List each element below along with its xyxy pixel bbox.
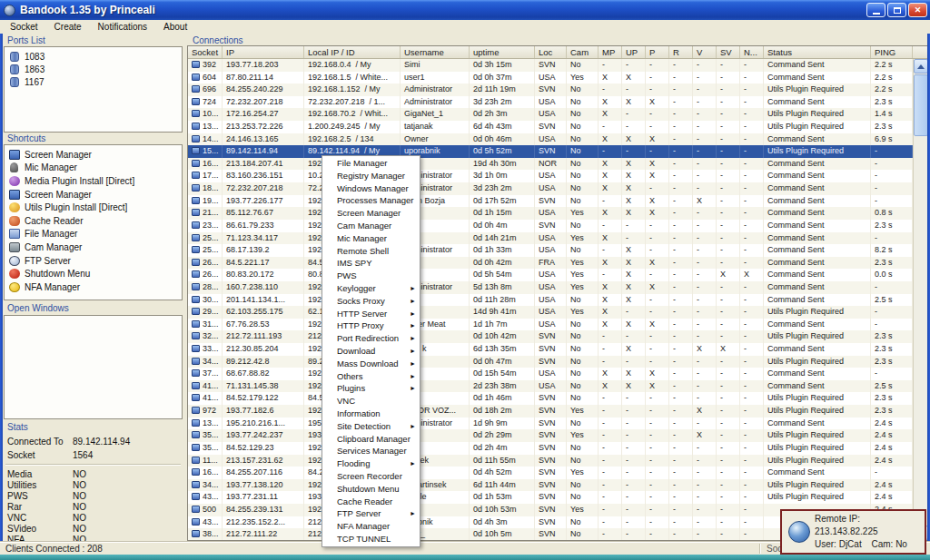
shortcut-item[interactable]: Screen Manager [6,148,180,162]
connection-row[interactable]: 17...83.160.236.15110.22Administrator3d … [188,170,913,182]
connection-row[interactable]: 29...62.103.255.17562.1014d 9h 41mUSAYes… [188,306,913,319]
column-header-mp[interactable]: MP [599,46,622,58]
column-header-v[interactable]: V [693,46,717,58]
context-menu-item-nfa-manager[interactable]: NFA Manager [322,520,420,533]
menubar-item-notifications[interactable]: Notifications [90,22,155,32]
connection-row[interactable]: 18...72.232.207.21872.23Administrator3d … [188,182,913,195]
port-item[interactable]: 1863 [6,63,180,75]
context-menu-item-shutdown-menu[interactable]: Shutdown Menu [322,483,420,496]
column-header-local-ip[interactable]: Local IP / ID [304,46,401,58]
shortcut-item[interactable]: Media Plugin Install [Direct] [6,174,180,188]
connection-row[interactable]: 25...68.17.139.2192.1Administrator0d 1h … [188,244,913,257]
context-menu-item-others[interactable]: Others► [322,370,420,383]
connection-row[interactable]: 15...89.142.114.9489.142.114.94 / Myupor… [188,145,913,158]
shortcut-item[interactable]: File Manager [6,228,180,241]
port-item[interactable]: 1083 [6,50,180,63]
connection-row[interactable]: 26...84.5.221.1784.5.0d 0h 42mFRAYesXXX-… [188,257,913,270]
connection-row[interactable]: 392193.77.18.203192.168.0.4 / MySimi0d 3… [188,59,913,72]
context-menu-item-plugins[interactable]: Plugins► [322,382,420,395]
scrollbar-thumb[interactable] [914,74,928,136]
port-item[interactable]: 1167 [6,75,180,88]
context-menu-item-ims-spy[interactable]: IMS SPY [322,257,420,270]
context-menu-item-http-server[interactable]: HTTP Server► [322,308,420,320]
context-menu-item-pws[interactable]: PWS [322,270,420,282]
close-button[interactable]: ✕ [908,3,927,17]
context-menu-item-file-manager[interactable]: File Manager [322,157,420,170]
context-menu-item-mass-download[interactable]: Mass Download► [322,358,420,370]
column-header-status[interactable]: Status [764,46,871,58]
context-menu-item-tcp-tunnel[interactable]: TCP TUNNEL [322,533,420,545]
connection-row[interactable]: 72472.232.207.21872.232.207.218 / 1...Ad… [188,96,913,109]
connection-row[interactable]: 31...67.76.28.53192.1 er Meat1d 1h 7mUSA… [188,319,913,331]
connection-row[interactable]: 16...84.255.207.11684.250d 4h 52mSVNYes-… [188,467,913,479]
connection-row[interactable]: 25...71.123.34.117192.10d 14h 21mUSAYesX… [188,232,913,245]
context-menu-item-keylogger[interactable]: Keylogger► [322,282,420,295]
context-menu-item-site-detection[interactable]: Site Detection► [322,420,420,433]
context-menu-item-screen-manager[interactable]: Screen Manager [322,207,420,220]
connection-row[interactable]: 35...193.77.242.237193.70d 2h 29mSVNYes-… [188,429,913,442]
shortcut-item[interactable]: FTP Server [6,254,180,268]
connection-row[interactable]: 26...80.83.20.17280.830d 5h 54mUSAYes-X-… [188,269,913,281]
connection-row[interactable]: 11...213.157.231.62192.1 ek0d 11h 55mSVN… [188,455,913,467]
connection-row[interactable]: 23...86.61.79.233192.10d 0h 4mSVNNo-----… [188,220,913,232]
context-menu-item-processes-manager[interactable]: Processes Manager [322,194,420,207]
context-menu-item-http-proxy[interactable]: HTTP Proxy► [322,319,420,332]
scroll-up-button[interactable] [914,59,928,74]
connection-row[interactable]: 32...212.72.111.193212.70d 10h 42mSVNNo-… [188,330,913,343]
column-header-p[interactable]: P [646,46,669,58]
connection-row[interactable]: 41...84.52.179.12284.520d 1h 46mSVNNo---… [188,392,913,405]
connection-row[interactable]: 14...24.146.13.165192.168.2.5 / 134Owner… [188,133,913,146]
column-header-sv[interactable]: SV [717,46,740,58]
context-menu-item-information[interactable]: Information [322,408,420,420]
vertical-scrollbar[interactable] [913,59,928,540]
shortcut-item[interactable]: Mic Manager [6,162,180,175]
connection-row[interactable]: 16...213.184.207.41192.119d 4h 30mNORNoX… [188,158,913,171]
context-menu-item-port-redirection[interactable]: Port Redirection► [322,332,420,345]
column-header-username[interactable]: Username [401,46,470,58]
connection-row[interactable]: 13...213.253.72.2261.200.249.245 / Mytat… [188,121,913,133]
shortcut-item[interactable]: Shutdown Menu [6,267,180,280]
column-header-ping[interactable]: PING [871,46,913,58]
connection-row[interactable]: 33...212.30.85.204192.1 k6d 13h 35mSVNNo… [188,343,913,356]
shortcut-item[interactable]: Screen Manager [6,188,180,201]
context-menu-item-vnc[interactable]: VNC [322,395,420,408]
connection-row[interactable]: 13...195.210.216.1...195.2Administrator1… [188,418,913,430]
connection-row[interactable]: 35...84.52.129.23192.10d 2h 4mSVNNo-----… [188,442,913,455]
column-header-ip[interactable]: IP [223,46,304,58]
context-menu-item-download[interactable]: Download► [322,345,420,358]
shortcut-item[interactable]: Cam Manager [6,241,180,254]
context-menu-item-clipboard-manager[interactable]: Clipboard Manager [322,433,420,446]
shortcut-item[interactable]: Cache Reader [6,214,180,228]
connection-row[interactable]: 69684.255.240.229192.168.1.152 / MyAdmin… [188,84,913,96]
connection-row[interactable]: 60487.80.211.14192.168.1.5 / White...use… [188,72,913,84]
connection-row[interactable]: 37...68.67.88.82192.10d 15h 54mUSANoXXX-… [188,368,913,380]
shortcut-item[interactable]: NFA Manager [6,280,180,294]
connection-row[interactable]: 43...193.77.231.11193.7 le0d 1h 53mSVNNo… [188,491,913,504]
column-header-n[interactable]: N... [740,46,764,58]
context-menu-item-services-manager[interactable]: Services Manager [322,445,420,457]
connection-row[interactable]: 19...193.77.226.177192.1 n Bozja0d 17h 5… [188,195,913,208]
connection-row[interactable]: 21...85.112.76.67192.10d 1h 15mUSAYesXXX… [188,207,913,220]
connection-row[interactable]: 972193.77.182.6192.1 OR VOZ...0d 18h 2mS… [188,405,913,418]
column-header-uptime[interactable]: uptime [470,46,535,58]
connection-row[interactable]: 28...160.7.238.110192.1Administrator5d 1… [188,281,913,294]
maximize-button[interactable] [887,3,906,17]
context-menu-item-cache-reader[interactable]: Cache Reader [322,496,420,508]
column-header-r[interactable]: R [669,46,693,58]
context-menu-item-ftp-server[interactable]: FTP Server► [322,507,420,520]
context-menu-item-registry-manager[interactable]: Registry Manager [322,170,420,182]
context-menu-item-windows-manager[interactable]: Windows Manager [322,182,420,195]
connection-row[interactable]: 34...193.77.138.120192.1 artinsek6d 11h … [188,479,913,492]
context-menu-item-cam-manager[interactable]: Cam Manager [322,220,420,232]
column-header-cam[interactable]: Cam [567,46,599,58]
context-menu-item-flooding[interactable]: Flooding► [322,457,420,470]
minimize-button[interactable] [866,3,885,17]
context-menu-item-screen-recorder[interactable]: Screen Recorder [322,470,420,483]
context-menu-item-socks-proxy[interactable]: Socks Proxy► [322,295,420,308]
context-menu-item-remote-shell[interactable]: Remote Shell [322,245,420,258]
connection-row[interactable]: 34...89.212.42.889.210d 0h 47mSVNNo-----… [188,356,913,368]
context-menu-item-mic-manager[interactable]: Mic Manager [322,232,420,245]
menubar-item-socket[interactable]: Socket [2,22,46,32]
connection-row[interactable]: 10...172.16.254.27192.168.70.2 / Whit...… [188,108,913,121]
column-header-up[interactable]: UP [622,46,646,58]
